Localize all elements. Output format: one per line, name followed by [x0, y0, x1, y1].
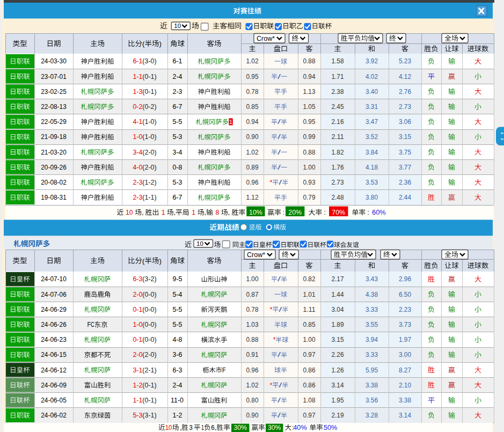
- svg-text:5-5: 5-5: [173, 118, 182, 126]
- svg-text:(0-1): (0-1): [142, 73, 156, 80]
- svg-text:6-1: 6-1: [173, 57, 182, 65]
- svg-text:Crow*: Crow*: [247, 251, 265, 259]
- svg-text:*: *: [270, 179, 273, 186]
- svg-text:1.82: 1.82: [332, 149, 344, 156]
- svg-text:1.00: 1.00: [303, 336, 316, 343]
- svg-text:(0-0): (0-0): [142, 291, 156, 298]
- svg-text:0.96: 0.96: [246, 179, 259, 186]
- svg-text:1.00: 1.00: [303, 164, 316, 171]
- svg-text:0.88: 0.88: [303, 149, 316, 156]
- svg-text:3-4: 3-4: [173, 149, 182, 156]
- svg-text:3.84: 3.84: [366, 149, 378, 156]
- svg-text:0.95: 0.95: [303, 118, 316, 126]
- svg-text:30%: 30%: [233, 424, 247, 431]
- svg-text:0.99: 0.99: [303, 133, 316, 141]
- svg-text:(0-0): (0-0): [142, 306, 156, 313]
- svg-text:2.73: 2.73: [399, 103, 411, 111]
- svg-text:3.15: 3.15: [399, 133, 411, 141]
- svg-text:23-07-01: 23-07-01: [41, 73, 67, 80]
- svg-text:6-7: 6-7: [173, 103, 182, 111]
- svg-text:3.77: 3.77: [399, 164, 411, 171]
- svg-text:4.02: 4.02: [366, 73, 378, 80]
- svg-text:24-06-23: 24-06-23: [41, 336, 67, 343]
- svg-text:(0-1): (0-1): [142, 88, 156, 96]
- svg-text:0.88: 0.88: [303, 57, 316, 65]
- svg-text:24-03-30: 24-03-30: [41, 57, 67, 65]
- svg-text:3.00: 3.00: [399, 351, 411, 358]
- svg-text:24-06-05: 24-06-05: [41, 397, 67, 404]
- svg-text:0.78: 0.78: [246, 306, 259, 313]
- svg-text:3.52: 3.52: [366, 133, 378, 141]
- svg-text:2.16: 2.16: [332, 118, 344, 126]
- svg-text:2.48: 2.48: [332, 194, 344, 201]
- svg-text:1: 1: [162, 209, 165, 216]
- svg-text:19-08-31: 19-08-31: [41, 194, 67, 201]
- svg-text:1.01: 1.01: [303, 291, 316, 298]
- svg-text:3.38: 3.38: [366, 382, 378, 389]
- svg-text:0.85: 0.85: [246, 103, 259, 111]
- svg-text:1.58: 1.58: [332, 57, 344, 65]
- svg-text:): ): [159, 257, 162, 265]
- svg-text:22-05-29: 22-05-29: [41, 118, 67, 126]
- svg-text:0-8: 0-8: [173, 164, 182, 171]
- svg-text:1.76: 1.76: [332, 164, 344, 171]
- svg-text:0-2: 0-2: [133, 103, 142, 111]
- svg-text:5-5: 5-5: [173, 306, 182, 313]
- svg-text:20%: 20%: [288, 209, 302, 216]
- svg-text:1.02: 1.02: [246, 57, 259, 65]
- svg-text:(0-0): (0-0): [142, 336, 156, 343]
- svg-text:(2-1): (2-1): [142, 367, 156, 374]
- svg-text:2.11: 2.11: [332, 133, 344, 141]
- svg-text:2-3: 2-3: [133, 179, 142, 186]
- svg-text:24-06-15: 24-06-15: [41, 351, 67, 358]
- svg-text:8.27: 8.27: [399, 367, 411, 374]
- svg-text:24-06-02: 24-06-02: [41, 412, 67, 419]
- svg-text:Crow*: Crow*: [257, 35, 275, 42]
- svg-text:): ): [159, 40, 162, 48]
- svg-text:5-3: 5-3: [173, 179, 182, 186]
- svg-text:(3-0): (3-0): [142, 57, 156, 65]
- svg-text:(2-0): (2-0): [142, 164, 156, 171]
- svg-text:(1-0): (1-0): [142, 133, 156, 141]
- svg-text:3.14: 3.14: [399, 412, 411, 419]
- svg-text:6.50: 6.50: [399, 291, 411, 298]
- svg-text:,: ,: [228, 209, 230, 216]
- svg-text:3.56: 3.56: [366, 397, 378, 404]
- svg-text:20-08-02: 20-08-02: [41, 179, 67, 186]
- svg-text:23-02-25: 23-02-25: [41, 88, 67, 96]
- svg-text:10: 10: [165, 424, 172, 431]
- svg-text:24-06-29: 24-06-29: [41, 306, 67, 313]
- svg-text:1.44: 1.44: [332, 291, 344, 298]
- svg-text:(0-1): (0-1): [142, 382, 156, 389]
- svg-text:,: ,: [174, 209, 176, 216]
- svg-text:(0-1): (0-1): [142, 397, 156, 404]
- svg-text:(1-0): (1-0): [142, 118, 156, 126]
- svg-text:2.17: 2.17: [332, 275, 344, 283]
- svg-text::: :: [324, 208, 326, 216]
- svg-text:1.00: 1.00: [246, 275, 259, 283]
- svg-text:3.15: 3.15: [332, 336, 344, 343]
- svg-text:22-08-13: 22-08-13: [41, 103, 67, 111]
- svg-text:1.95: 1.95: [332, 397, 344, 404]
- svg-text:0.97: 0.97: [303, 351, 316, 358]
- svg-text:(1-2): (1-2): [142, 179, 156, 186]
- svg-text:30%: 30%: [268, 424, 281, 431]
- svg-text:8: 8: [215, 209, 219, 216]
- svg-text:,: ,: [142, 209, 143, 216]
- svg-text:3.06: 3.06: [399, 118, 411, 126]
- svg-text:(1-1): (1-1): [142, 194, 156, 201]
- svg-text:2-4: 2-4: [173, 382, 182, 389]
- svg-text:0.78: 0.78: [246, 88, 259, 96]
- svg-text:10: 10: [196, 240, 203, 247]
- svg-text:0-1: 0-1: [133, 336, 142, 343]
- svg-text:(: (: [142, 257, 145, 265]
- svg-text:24-07-10: 24-07-10: [41, 275, 67, 283]
- svg-text:0.90: 0.90: [246, 133, 259, 141]
- svg-text:6-7: 6-7: [173, 194, 182, 201]
- svg-text:2.23: 2.23: [399, 306, 411, 313]
- svg-text:(0-2): (0-2): [142, 103, 156, 111]
- svg-text:*: *: [273, 336, 276, 343]
- svg-text:3.55: 3.55: [366, 321, 378, 328]
- svg-text:(0-0): (0-0): [142, 321, 156, 328]
- svg-text:0.91: 0.91: [246, 351, 259, 358]
